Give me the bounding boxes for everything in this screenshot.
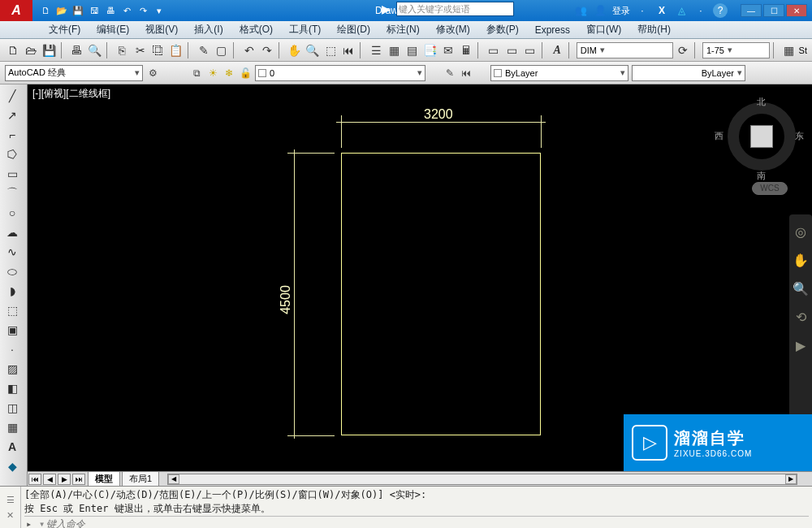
user-icon[interactable]: 👤 (593, 3, 607, 18)
table-style-icon[interactable]: ▦ (780, 41, 797, 59)
publish-icon[interactable]: ⎘ (114, 41, 130, 59)
redo2-icon[interactable]: ↷ (259, 41, 275, 59)
horizontal-scrollbar[interactable]: ◀ ▶ (167, 474, 797, 485)
showmotion-icon[interactable]: ▶ (796, 338, 806, 353)
dim-style-dropdown[interactable]: DIM▾ (577, 42, 673, 58)
tab-last-icon[interactable]: ⏭ (72, 474, 85, 485)
spline-icon[interactable]: ∿ (0, 242, 24, 262)
fullnav-wheel-icon[interactable]: ◎ (795, 224, 806, 240)
zoom-window-icon[interactable]: ⬚ (322, 41, 339, 59)
preview-icon[interactable]: 🔍 (86, 41, 102, 59)
exchange-icon[interactable]: X (654, 3, 669, 18)
paste-icon[interactable]: 📋 (168, 41, 184, 59)
menu-window[interactable]: 窗口(W) (578, 21, 629, 38)
tab-next-icon[interactable]: ▶ (58, 474, 71, 485)
match-prop-icon[interactable]: ✎ (196, 41, 212, 59)
menu-express[interactable]: Express (527, 23, 578, 37)
maximize-button[interactable]: ☐ (763, 4, 784, 17)
tab-first-icon[interactable]: ⏮ (28, 474, 41, 485)
plot-icon[interactable]: 🖶 (68, 41, 84, 59)
quickcalc-icon[interactable]: 🖩 (458, 41, 474, 59)
app-logo[interactable]: A (0, 0, 32, 21)
tb-icon-3[interactable]: ▭ (521, 41, 538, 59)
redo-icon[interactable]: ↷ (136, 4, 149, 17)
scroll-left-icon[interactable]: ◀ (168, 474, 179, 484)
command-input[interactable] (46, 517, 290, 528)
zoom-tool-icon[interactable]: 🔍 (793, 281, 809, 296)
ellipse-arc-icon[interactable]: ◗ (0, 281, 24, 301)
tb-icon-1[interactable]: ▭ (486, 41, 502, 59)
addpoint-icon[interactable]: ◆ (0, 457, 24, 476)
pan-icon[interactable]: ✋ (287, 41, 303, 59)
close-button[interactable]: ✕ (786, 4, 807, 17)
menu-help[interactable]: 帮助(H) (629, 21, 679, 38)
rectangle-icon[interactable]: ▭ (0, 164, 24, 184)
viewport-label[interactable]: [-][俯视][二维线框] (32, 87, 110, 101)
infocenter-icon[interactable]: 👥 (573, 3, 588, 18)
save-file-icon[interactable]: 💾 (41, 41, 57, 59)
tab-prev-icon[interactable]: ◀ (43, 474, 56, 485)
color-dropdown[interactable]: ByLayer▾ (490, 65, 628, 81)
menu-tools[interactable]: 工具(T) (281, 21, 329, 38)
tab-model[interactable]: 模型 (88, 471, 120, 487)
new-icon[interactable]: 🗋 (39, 4, 52, 17)
cut-icon[interactable]: ✂ (132, 41, 148, 59)
polygon-icon[interactable]: ⭔ (0, 145, 24, 164)
menu-modify[interactable]: 修改(M) (428, 21, 478, 38)
table-icon[interactable]: ▦ (0, 418, 24, 437)
cmd-close-icon[interactable]: ☰ (6, 495, 15, 505)
insert-block-icon[interactable]: ⬚ (0, 301, 24, 320)
gradient-icon[interactable]: ◧ (0, 379, 24, 398)
saveas-icon[interactable]: 🖫 (88, 4, 101, 17)
tool-palette-icon[interactable]: ▤ (404, 41, 420, 59)
layer-props-icon[interactable]: ⧉ (190, 67, 203, 80)
linetype-dropdown[interactable]: ByLayer▾ (632, 65, 745, 81)
menu-format[interactable]: 格式(O) (231, 21, 281, 38)
open-icon[interactable]: 📂 (55, 4, 68, 17)
viewcube-north[interactable]: 北 (757, 96, 766, 108)
menu-draw[interactable]: 绘图(D) (329, 21, 378, 38)
menu-file[interactable]: 文件(F) (41, 21, 89, 38)
undo-icon[interactable]: ↶ (120, 4, 133, 17)
layer-match-icon[interactable]: ✎ (443, 67, 456, 80)
login-link[interactable]: 登录 (612, 5, 630, 17)
line-icon[interactable]: ╱ (0, 86, 24, 106)
hatch-icon[interactable]: ▨ (0, 359, 24, 379)
circle-icon[interactable]: ○ (0, 203, 24, 223)
menu-dimension[interactable]: 标注(N) (378, 21, 428, 38)
qat-dropdown-icon[interactable]: ▾ (153, 4, 166, 17)
menu-view[interactable]: 视图(V) (137, 21, 186, 38)
properties-icon[interactable]: ☰ (368, 41, 384, 59)
save-icon[interactable]: 💾 (71, 4, 84, 17)
tab-layout1[interactable]: 布局1 (122, 471, 159, 487)
dim-update-icon[interactable]: ⟳ (675, 41, 691, 59)
workspace-dropdown[interactable]: AutoCAD 经典▾ (5, 65, 143, 81)
open-file-icon[interactable]: 🗁 (23, 41, 39, 59)
revcloud-icon[interactable]: ☁ (0, 223, 24, 242)
layer-lock-icon[interactable]: 🔓 (239, 67, 252, 80)
minimize-button[interactable]: — (741, 4, 762, 17)
orbit-icon[interactable]: ⟲ (796, 309, 806, 325)
textstyle-icon[interactable]: A (549, 41, 565, 59)
layer-prev-icon[interactable]: ⏮ (460, 67, 473, 80)
viewcube[interactable]: 北 南 东 西 (721, 96, 802, 177)
new-file-icon[interactable]: 🗋 (5, 41, 21, 59)
drawing-canvas[interactable]: [-][俯视][二维线框] 3200 4500 北 南 东 西 WCS ◎ (28, 84, 812, 471)
region-icon[interactable]: ◫ (0, 398, 24, 418)
xline-icon[interactable]: ↗ (0, 106, 24, 125)
cmd-pin-icon[interactable]: ✕ (6, 510, 14, 521)
wcs-badge[interactable]: WCS (752, 182, 788, 195)
viewcube-south[interactable]: 南 (757, 170, 766, 182)
sheet-set-icon[interactable]: 📑 (422, 41, 438, 59)
menu-edit[interactable]: 编辑(E) (89, 21, 137, 38)
zoom-icon[interactable]: 🔍 (304, 41, 321, 59)
ellipse-icon[interactable]: ⬭ (0, 262, 24, 281)
design-center-icon[interactable]: ▦ (386, 41, 402, 59)
scroll-right-icon[interactable]: ▶ (785, 474, 797, 484)
undo2-icon[interactable]: ↶ (241, 41, 257, 59)
tb-icon-2[interactable]: ▭ (503, 41, 520, 59)
help-icon[interactable]: ? (713, 3, 728, 18)
print-icon[interactable]: 🖶 (104, 4, 117, 17)
viewcube-west[interactable]: 西 (715, 130, 723, 142)
polyline-icon[interactable]: ⌐ (0, 125, 24, 145)
